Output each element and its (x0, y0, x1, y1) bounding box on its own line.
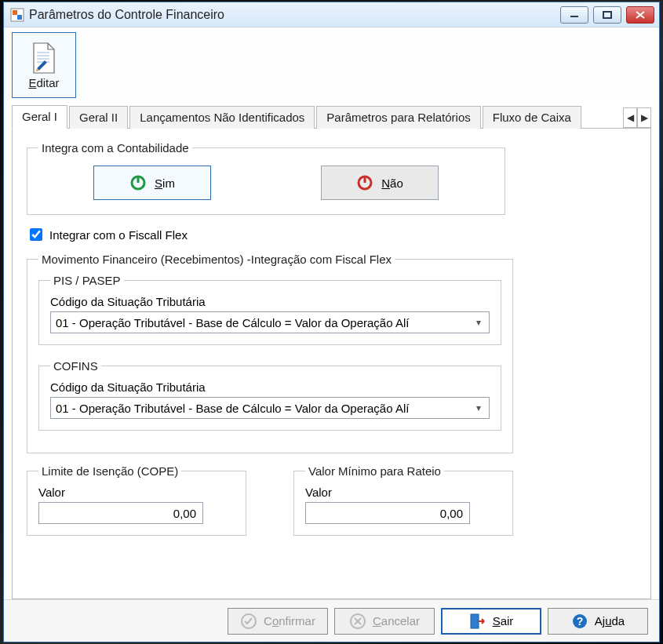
chevron-down-icon: ▾ (472, 402, 486, 413)
cancelar-button: Cancelar (334, 608, 435, 635)
group-integra-contabilidade-legend: Integra com a Contabilidade (38, 141, 192, 155)
nao-button[interactable]: Não (321, 166, 439, 200)
group-movimento-financeiro-legend: Movimento Financeiro (Recebimentos) -Int… (38, 253, 395, 266)
maximize-button[interactable] (593, 6, 621, 24)
group-limite-isencao: Limite de Isenção (COPE) Valor (27, 464, 246, 536)
svg-rect-21 (471, 614, 479, 628)
group-limite-isencao-legend: Limite de Isenção (COPE) (38, 464, 181, 478)
ajuda-label: Ajuda (595, 614, 625, 628)
x-circle-icon (349, 613, 366, 630)
tab-fluxo-de-caixa[interactable]: Fluxo de Caixa (483, 106, 581, 129)
chevron-down-icon: ▾ (472, 317, 486, 328)
app-icon (10, 8, 24, 22)
pis-field-label: Código da Situação Tributária (50, 295, 490, 308)
cofins-field-label: Código da Situação Tributária (50, 380, 490, 394)
cancelar-label: Cancelar (373, 614, 420, 628)
group-integra-contabilidade: Integra com a Contabilidade Sim (27, 141, 505, 215)
confirmar-button: Confirmar (228, 608, 328, 635)
power-off-icon (356, 174, 373, 191)
group-cofins: COFINS Código da Situação Tributária 01 … (38, 359, 501, 431)
group-valor-min-rateio: Valor Mínimo para Rateio Valor (293, 464, 513, 536)
sim-button-label: Sim (155, 176, 175, 190)
tab-scroll-left[interactable]: ◀ (623, 107, 637, 128)
toolbar: Editar (4, 27, 659, 100)
svg-rect-1 (13, 10, 17, 15)
svg-rect-4 (603, 12, 611, 18)
pis-cst-combo[interactable]: 01 - Operação Tributável - Base de Cálcu… (50, 311, 490, 333)
nao-button-label: Não (381, 176, 403, 190)
cofins-cst-value: 01 - Operação Tributável - Base de Cálcu… (56, 402, 472, 415)
integrar-fiscal-flex-checkbox[interactable] (30, 228, 42, 241)
tab-geral-i[interactable]: Geral I (12, 105, 67, 129)
minimize-button[interactable] (560, 6, 588, 24)
valor-rateio-field-label: Valor (305, 486, 501, 499)
pis-cst-value: 01 - Operação Tributável - Base de Cálcu… (56, 316, 472, 329)
close-button[interactable] (626, 6, 654, 24)
tab-scroll: ◀ ▶ (623, 107, 651, 128)
bottom-bar: Confirmar Cancelar Sair ? Ajuda (4, 599, 659, 642)
tab-content: Integra com a Contabilidade Sim (12, 129, 651, 599)
help-icon: ? (571, 613, 588, 630)
group-movimento-financeiro: Movimento Financeiro (Recebimentos) -Int… (27, 253, 513, 453)
tab-scroll-right[interactable]: ▶ (637, 107, 651, 128)
check-circle-icon (240, 613, 257, 630)
tabstrip: Geral I Geral II Lançamentos Não Identif… (12, 104, 651, 129)
tab-lancamentos[interactable]: Lançamentos Não Identificados (129, 106, 315, 129)
tab-parametros-relatorios[interactable]: Parâmetros para Relatórios (316, 106, 480, 129)
ajuda-button[interactable]: ? Ajuda (548, 608, 648, 635)
sim-button[interactable]: Sim (93, 166, 211, 200)
limite-isencao-field-label: Valor (38, 486, 235, 499)
edit-button[interactable]: Editar (12, 32, 76, 98)
limite-isencao-input[interactable] (38, 502, 203, 524)
group-pis-pasep: PIS / PASEP Código da Situação Tributári… (38, 274, 501, 345)
sair-label: Sair (493, 614, 514, 628)
window-title: Parâmetros do Controle Financeiro (29, 8, 560, 22)
dialog-window: Parâmetros do Controle Financeiro (3, 2, 660, 642)
sair-button[interactable]: Sair (441, 608, 541, 635)
group-pis-legend: PIS / PASEP (50, 274, 124, 287)
svg-text:?: ? (577, 615, 584, 628)
exit-icon (469, 613, 486, 630)
group-valor-min-rateio-legend: Valor Mínimo para Rateio (305, 464, 444, 478)
integrar-fiscal-flex-row[interactable]: Integrar com o Fiscall Flex (27, 226, 636, 243)
document-pencil-icon (31, 42, 57, 75)
valor-rateio-input[interactable] (305, 502, 470, 524)
integrar-fiscal-flex-label: Integrar com o Fiscall Flex (49, 228, 188, 242)
power-on-icon (129, 174, 147, 191)
confirmar-label: Confirmar (264, 614, 315, 628)
svg-rect-2 (17, 15, 22, 20)
group-cofins-legend: COFINS (50, 359, 101, 373)
titlebar: Parâmetros do Controle Financeiro (4, 2, 659, 27)
cofins-cst-combo[interactable]: 01 - Operação Tributável - Base de Cálcu… (50, 397, 490, 419)
edit-button-label: Editar (28, 76, 59, 89)
tab-geral-ii[interactable]: Geral II (69, 106, 128, 129)
